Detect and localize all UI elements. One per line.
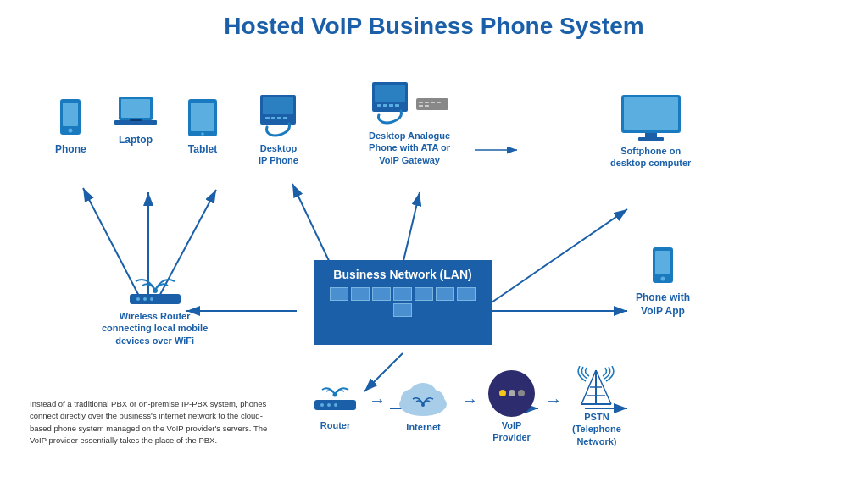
- svg-rect-32: [375, 85, 405, 102]
- ata-device-icon: [416, 96, 448, 113]
- info-text: Instead of a traditional PBX or on-premi…: [30, 399, 267, 445]
- voip-provider-dots: [499, 390, 525, 396]
- dot-yellow: [499, 390, 506, 396]
- svg-point-60: [334, 403, 337, 407]
- svg-rect-36: [395, 104, 399, 107]
- svg-rect-47: [638, 137, 664, 141]
- router-to-internet-arrow: →: [369, 391, 386, 410]
- svg-rect-41: [437, 102, 441, 103]
- svg-rect-46: [645, 133, 657, 137]
- router-icon: [312, 381, 359, 417]
- bottom-internet: Internet: [396, 380, 451, 433]
- svg-rect-38: [419, 102, 423, 103]
- biz-window-6: [436, 287, 454, 301]
- info-text-box: Instead of a traditional PBX or on-premi…: [30, 398, 275, 446]
- svg-point-51: [153, 288, 158, 293]
- laptop-device: Laptop: [114, 95, 157, 147]
- wireless-router-device: Wireless Routerconnecting local mobilede…: [102, 269, 208, 347]
- svg-rect-40: [431, 102, 435, 103]
- biz-window-5: [415, 287, 433, 301]
- softphone-label: Softphone ondesktop computer: [610, 145, 691, 169]
- voip-provider-circle: [488, 370, 535, 417]
- svg-rect-19: [121, 99, 150, 118]
- svg-rect-33: [377, 104, 381, 107]
- wireless-router-label: Wireless Routerconnecting local mobilede…: [102, 310, 208, 347]
- svg-rect-35: [389, 104, 393, 107]
- desktop-analogue-device: Desktop AnaloguePhone with ATA orVoIP Ga…: [369, 82, 450, 166]
- svg-line-8: [492, 209, 627, 302]
- voip-app-icon: [649, 247, 676, 288]
- svg-rect-49: [655, 251, 670, 274]
- internet-label: Internet: [406, 421, 440, 433]
- phone-icon: [57, 99, 84, 140]
- svg-point-58: [320, 403, 324, 407]
- laptop-label: Laptop: [119, 134, 153, 147]
- svg-rect-28: [271, 117, 275, 119]
- tablet-label: Tablet: [188, 143, 217, 157]
- svg-point-65: [421, 403, 425, 407]
- softphone-device: Softphone ondesktop computer: [610, 95, 691, 169]
- tablet-icon: [186, 99, 219, 140]
- desktop-ip-label: DesktopIP Phone: [259, 142, 298, 167]
- internet-cloud-icon: [396, 380, 451, 419]
- svg-point-50: [661, 277, 665, 281]
- desktop-ip-phone-device: DesktopIP Phone: [259, 95, 298, 167]
- business-network-box: Business Network (LAN): [314, 260, 492, 345]
- biz-window-2: [351, 287, 370, 301]
- svg-point-24: [201, 132, 204, 136]
- tablet-device: Tablet: [186, 99, 219, 157]
- svg-point-17: [69, 129, 73, 133]
- bottom-router: Router: [312, 381, 359, 431]
- svg-point-59: [327, 403, 331, 407]
- svg-point-54: [143, 297, 147, 301]
- bottom-voip-provider: VoIPProvider: [488, 370, 535, 444]
- page-title: Hosted VoIP Business Phone System: [17, 8, 851, 40]
- lan-building-windows: [326, 287, 479, 317]
- svg-point-55: [150, 297, 153, 301]
- monitor-icon: [621, 95, 681, 141]
- svg-rect-34: [383, 104, 387, 107]
- voip-provider-label: VoIPProvider: [492, 419, 531, 444]
- svg-point-56: [333, 393, 337, 397]
- svg-point-64: [409, 383, 437, 405]
- svg-line-6: [292, 184, 331, 264]
- biz-window-3: [372, 287, 391, 301]
- bottom-pstn: PSTN(TelephoneNetwork): [572, 366, 621, 447]
- bottom-flow: Router → Internet →: [312, 366, 621, 447]
- svg-point-53: [136, 297, 140, 301]
- biz-window-4: [393, 287, 412, 301]
- business-network-label: Business Network (LAN): [333, 267, 471, 282]
- router-label: Router: [320, 419, 350, 431]
- biz-window-8: [393, 303, 412, 317]
- biz-window-7: [457, 287, 476, 301]
- voip-to-pstn-arrow: →: [545, 391, 562, 410]
- svg-rect-42: [419, 105, 423, 107]
- svg-rect-43: [425, 105, 429, 107]
- svg-rect-39: [425, 102, 429, 103]
- voip-app-phone-device: Phone withVoIP App: [636, 247, 690, 318]
- pstn-tower-icon: [573, 366, 620, 408]
- svg-rect-37: [416, 98, 448, 110]
- dot-gray2: [518, 390, 525, 396]
- svg-rect-27: [265, 117, 270, 119]
- phone-device: Phone: [55, 99, 86, 157]
- diagram-area: Phone Laptop Tablet: [17, 48, 851, 463]
- analogue-phone-icon: [370, 82, 409, 126]
- main-container: Hosted VoIP Business Phone System: [0, 0, 868, 488]
- phone-label: Phone: [55, 143, 86, 157]
- biz-window-1: [330, 287, 348, 301]
- internet-to-voip-arrow: →: [461, 391, 478, 410]
- voip-app-label: Phone withVoIP App: [636, 291, 690, 318]
- svg-rect-45: [624, 97, 678, 130]
- desktop-ip-phone-icon: [259, 95, 298, 139]
- svg-rect-29: [277, 117, 281, 119]
- dot-gray1: [509, 390, 515, 396]
- svg-line-7: [403, 192, 420, 264]
- svg-rect-21: [130, 119, 142, 121]
- wireless-router-icon: [125, 269, 185, 307]
- desktop-analogue-label: Desktop AnaloguePhone with ATA orVoIP Ga…: [369, 130, 450, 166]
- pstn-label: PSTN(TelephoneNetwork): [572, 411, 621, 447]
- svg-rect-30: [283, 117, 287, 119]
- svg-rect-16: [63, 103, 78, 126]
- svg-rect-23: [191, 103, 214, 131]
